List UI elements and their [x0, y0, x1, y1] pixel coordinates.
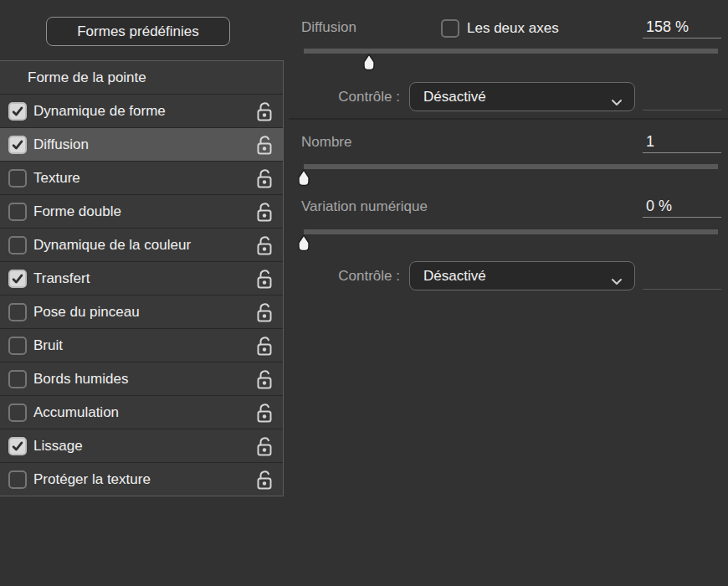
count-label: Nombre [301, 134, 351, 151]
setting-label: Dynamique de la couleur [33, 237, 191, 254]
setting-label: Dynamique de forme [33, 103, 166, 120]
chevron-down-icon [611, 273, 623, 290]
setting-row-forme-double[interactable]: Forme double [0, 195, 283, 229]
setting-row-diffusion[interactable]: Diffusion [0, 128, 283, 162]
unlock-icon[interactable] [255, 468, 274, 491]
diffusion-amount-value[interactable]: 158 % [643, 18, 721, 39]
setting-row-texture[interactable]: Texture [0, 162, 283, 195]
setting-checkbox[interactable] [8, 404, 27, 422]
setting-label: Diffusion [33, 136, 89, 153]
unlock-icon[interactable] [255, 100, 274, 123]
unlock-icon[interactable] [255, 267, 274, 290]
setting-label: Forme de la pointe [28, 69, 146, 86]
diffusion-slider [304, 49, 718, 72]
control-dropdown-value: Désactivé [423, 268, 486, 285]
count-jitter-value[interactable]: 0 % [643, 197, 721, 218]
setting-row-accumulation[interactable]: Accumulation [0, 396, 283, 429]
unlock-icon[interactable] [255, 234, 274, 257]
check-icon [10, 104, 25, 119]
setting-row-dynamique-de-la-couleur[interactable]: Dynamique de la couleur [0, 229, 283, 262]
unlock-icon[interactable] [255, 434, 274, 458]
unlock-icon[interactable] [255, 133, 274, 157]
unlock-icon[interactable] [255, 200, 274, 224]
setting-checkbox[interactable] [8, 102, 27, 121]
setting-checkbox[interactable] [8, 303, 27, 321]
setting-checkbox[interactable] [8, 169, 27, 188]
both-axes-checkbox[interactable] [441, 19, 459, 38]
unlock-icon[interactable] [255, 401, 274, 424]
brush-settings-panel: { "left_panel": { "presets_button_label"… [0, 0, 728, 586]
check-icon [10, 271, 25, 286]
diffusion-slider-thumb[interactable] [360, 54, 378, 75]
control-label: Contrôle : [301, 268, 400, 285]
diffusion-settings-panel: Diffusion Les deux axes 158 % Contrôle :… [289, 0, 728, 586]
setting-label: Accumulation [33, 404, 119, 421]
setting-row-transfert[interactable]: Transfert [0, 262, 283, 296]
diffusion-section-title: Diffusion [301, 19, 356, 36]
unlock-icon[interactable] [255, 368, 274, 391]
setting-label: Bruit [33, 337, 63, 354]
control-value-underline [643, 110, 721, 111]
setting-checkbox[interactable] [8, 270, 27, 288]
setting-checkbox[interactable] [8, 136, 27, 154]
setting-label: Bords humides [33, 371, 128, 388]
control-dropdown[interactable]: Désactivé [409, 82, 635, 111]
setting-checkbox[interactable] [8, 470, 27, 489]
setting-row-proteger-la-texture[interactable]: Protéger la texture [0, 463, 283, 496]
brush-settings-list: Forme de la pointe Dynamique de forme Di… [0, 60, 284, 496]
setting-label: Texture [33, 170, 80, 187]
chevron-down-icon [611, 94, 623, 111]
count-slider-track[interactable] [304, 164, 718, 169]
setting-row-bords-humides[interactable]: Bords humides [0, 362, 283, 396]
setting-label: Pose du pinceau [33, 304, 140, 321]
setting-row-lissage[interactable]: Lissage [0, 429, 283, 463]
check-icon [10, 137, 25, 152]
count-slider [304, 164, 718, 188]
unlock-icon[interactable] [255, 167, 274, 190]
unlock-icon[interactable] [255, 334, 274, 357]
setting-row-bruit[interactable]: Bruit [0, 329, 283, 362]
control-dropdown[interactable]: Désactivé [409, 261, 635, 290]
count-jitter-label: Variation numérique [301, 198, 428, 215]
setting-row-dynamique-de-forme[interactable]: Dynamique de forme [0, 95, 283, 128]
control-label: Contrôle : [301, 89, 400, 105]
unlock-icon[interactable] [255, 301, 274, 324]
check-icon [10, 439, 25, 454]
setting-row-forme-de-la-pointe[interactable]: Forme de la pointe [0, 61, 283, 95]
setting-row-pose-du-pinceau[interactable]: Pose du pinceau [0, 296, 283, 329]
count-jitter-slider [304, 229, 718, 253]
count-value[interactable]: 1 [643, 132, 721, 153]
count-jitter-slider-track[interactable] [304, 229, 718, 234]
presets-button[interactable]: Formes prédéfinies [46, 17, 230, 46]
count-jitter-slider-thumb[interactable] [295, 234, 313, 255]
setting-checkbox[interactable] [8, 236, 27, 254]
setting-checkbox[interactable] [8, 437, 27, 455]
count-slider-thumb[interactable] [295, 169, 313, 190]
setting-label: Protéger la texture [33, 471, 151, 488]
setting-checkbox[interactable] [8, 203, 27, 221]
section-divider [289, 118, 728, 120]
setting-checkbox[interactable] [8, 370, 27, 388]
control-dropdown-value: Désactivé [423, 89, 486, 105]
setting-label: Lissage [33, 438, 83, 455]
both-axes-label: Les deux axes [467, 20, 559, 37]
setting-checkbox[interactable] [8, 337, 27, 355]
setting-label: Forme double [33, 203, 121, 220]
control-value-underline [643, 289, 721, 290]
setting-label: Transfert [33, 270, 90, 287]
